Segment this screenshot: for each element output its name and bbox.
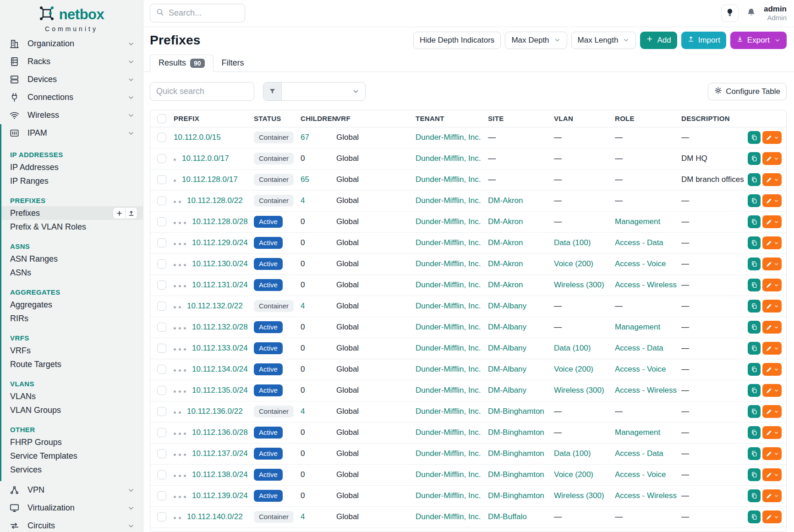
select-all-checkbox[interactable] [157, 114, 166, 123]
copy-button[interactable] [748, 173, 761, 186]
site-link[interactable]: DM-Albany [488, 302, 526, 310]
site-link[interactable]: DM-Akron [488, 196, 523, 205]
sidebar-item-vlans[interactable]: VLANs [1, 389, 143, 403]
column-header-prefix[interactable]: PREFIX [174, 110, 254, 127]
copy-button[interactable] [748, 321, 761, 334]
sidebar-item-vpn[interactable]: VPN [0, 481, 143, 499]
sidebar-item-devices[interactable]: Devices [0, 71, 143, 88]
row-checkbox[interactable] [157, 259, 166, 269]
sidebar-item-virtualization[interactable]: Virtualization [0, 499, 143, 517]
edit-button[interactable] [762, 405, 782, 418]
copy-button[interactable] [748, 258, 761, 270]
edit-button[interactable] [762, 152, 782, 165]
row-checkbox[interactable] [157, 302, 166, 311]
configure-table-button[interactable]: Configure Table [708, 83, 787, 100]
column-header-site[interactable]: SITE [488, 110, 554, 127]
site-link[interactable]: DM-Binghamton [488, 407, 544, 416]
role-link[interactable]: Access - Voice [615, 259, 666, 268]
role-link[interactable]: Access - Wireless [615, 280, 677, 289]
edit-button[interactable] [762, 489, 782, 502]
edit-button[interactable] [762, 258, 782, 270]
column-header-status[interactable]: STATUS [254, 110, 301, 127]
copy-button[interactable] [748, 152, 761, 165]
sidebar-item-prefix-vlan-roles[interactable]: Prefix & VLAN Roles [1, 220, 143, 234]
tenant-link[interactable]: Dunder-Mifflin, Inc. [416, 175, 481, 184]
vlan-link[interactable]: Wireless (300) [554, 280, 604, 289]
children-count-link[interactable]: 67 [301, 133, 309, 142]
vlan-link[interactable]: Wireless (300) [554, 491, 604, 500]
edit-button[interactable] [762, 131, 782, 144]
row-checkbox[interactable] [157, 470, 166, 479]
edit-button[interactable] [762, 468, 782, 481]
prefix-link[interactable]: 10.112.139.0/24 [192, 491, 248, 500]
quick-search-input[interactable] [156, 87, 248, 96]
column-header-children[interactable]: CHILDREN [301, 110, 336, 127]
sidebar-item-service-templates[interactable]: Service Templates [1, 449, 143, 463]
row-checkbox[interactable] [157, 428, 166, 437]
prefix-link[interactable]: 10.112.138.0/24 [192, 470, 248, 479]
edit-button[interactable] [762, 342, 782, 355]
children-count-link[interactable]: 4 [301, 407, 305, 416]
tenant-link[interactable]: Dunder-Mifflin, Inc. [416, 217, 481, 226]
tab-results[interactable]: Results 90 [150, 55, 214, 72]
children-count-link[interactable]: 65 [301, 175, 309, 184]
tenant-link[interactable]: Dunder-Mifflin, Inc. [416, 512, 481, 521]
tenant-link[interactable]: Dunder-Mifflin, Inc. [416, 196, 481, 205]
row-checkbox[interactable] [157, 386, 166, 395]
tenant-link[interactable]: Dunder-Mifflin, Inc. [416, 133, 481, 142]
sidebar-item-route-targets[interactable]: Route Targets [1, 357, 143, 371]
sidebar-item-services[interactable]: Services [1, 463, 143, 477]
row-checkbox[interactable] [157, 280, 166, 290]
tenant-link[interactable]: Dunder-Mifflin, Inc. [416, 302, 481, 310]
copy-button[interactable] [748, 236, 761, 249]
prefix-link[interactable]: 10.112.128.0/22 [187, 196, 243, 205]
prefix-link[interactable]: 10.112.137.0/24 [192, 449, 248, 458]
add-button[interactable]: Add [640, 32, 677, 49]
edit-button[interactable] [762, 236, 782, 249]
max-length-dropdown[interactable]: Max Length [571, 32, 636, 49]
copy-button[interactable] [748, 426, 761, 439]
row-checkbox[interactable] [157, 175, 166, 184]
role-link[interactable]: Management [615, 323, 660, 331]
sidebar-item-ip-ranges[interactable]: IP Ranges [1, 174, 143, 188]
children-count-link[interactable]: 4 [301, 196, 305, 205]
tenant-link[interactable]: Dunder-Mifflin, Inc. [416, 407, 481, 416]
edit-button[interactable] [762, 279, 782, 291]
prefix-link[interactable]: 10.112.132.0/28 [192, 323, 248, 331]
sidebar-item-asns[interactable]: ASNs [1, 266, 143, 280]
role-link[interactable]: Access - Voice [615, 470, 666, 479]
copy-button[interactable] [748, 384, 761, 397]
tenant-link[interactable]: Dunder-Mifflin, Inc. [416, 386, 481, 395]
site-link[interactable]: DM-Albany [488, 323, 526, 331]
sidebar-item-asn-ranges[interactable]: ASN Ranges [1, 252, 143, 266]
sidebar-item-organization[interactable]: Organization [0, 35, 143, 53]
prefix-link[interactable]: 10.112.134.0/24 [192, 365, 248, 373]
edit-button[interactable] [762, 173, 782, 186]
edit-button[interactable] [762, 194, 782, 207]
edit-button[interactable] [762, 215, 782, 228]
tenant-link[interactable]: Dunder-Mifflin, Inc. [416, 491, 481, 500]
site-link[interactable]: DM-Akron [488, 217, 523, 226]
sidebar-item-prefixes[interactable]: Prefixes [1, 206, 143, 220]
role-link[interactable]: Access - Data [615, 449, 663, 458]
saved-filter-select[interactable] [263, 82, 366, 101]
theme-toggle-button[interactable] [721, 5, 739, 22]
prefix-link[interactable]: 10.112.132.0/22 [187, 302, 243, 310]
prefix-link[interactable]: 10.112.140.0/22 [187, 512, 243, 521]
prefix-link[interactable]: 10.112.136.0/22 [187, 407, 243, 416]
sidebar-item-vrfs[interactable]: VRFs [1, 344, 143, 357]
copy-button[interactable] [748, 342, 761, 355]
prefix-link[interactable]: 10.112.0.0/17 [182, 154, 229, 163]
column-header-tenant[interactable]: TENANT [416, 110, 488, 127]
copy-button[interactable] [748, 279, 761, 291]
vlan-link[interactable]: Data (100) [554, 449, 591, 458]
row-checkbox[interactable] [157, 238, 166, 247]
site-link[interactable]: DM-Albany [488, 344, 526, 352]
prefix-link[interactable]: 10.112.129.0/24 [192, 238, 248, 247]
site-link[interactable]: DM-Buffalo [488, 512, 527, 521]
tenant-link[interactable]: Dunder-Mifflin, Inc. [416, 259, 481, 268]
tenant-link[interactable]: Dunder-Mifflin, Inc. [416, 344, 481, 352]
role-link[interactable]: Access - Wireless [615, 386, 677, 395]
sidebar-item-connections[interactable]: Connections [0, 88, 143, 106]
vlan-link[interactable]: Data (100) [554, 344, 591, 352]
